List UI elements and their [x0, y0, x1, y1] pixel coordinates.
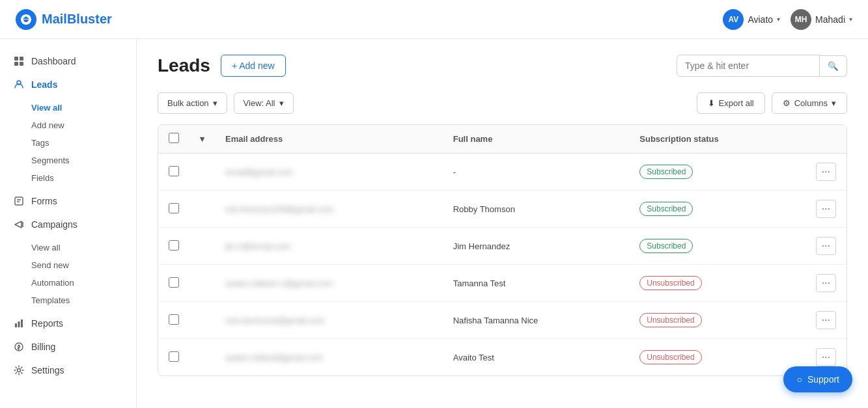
row-email[interactable]: aviato.mbtest@gmail.com [215, 339, 443, 376]
sidebar-sub-add-new[interactable]: Add new [0, 116, 136, 134]
user1-chevron: ▾ [777, 16, 780, 23]
row-status: Subscribed [629, 228, 805, 265]
row-more-button[interactable]: ··· [816, 200, 836, 218]
bulk-action-button[interactable]: Bulk action ▾ [158, 92, 227, 114]
leads-submenu: View all Add new Tags Segments Fields [0, 96, 136, 189]
status-badge: Unsubscribed [639, 276, 701, 290]
sidebar-sub-fields[interactable]: Fields [0, 169, 136, 187]
svg-rect-1 [20, 57, 23, 61]
search-input[interactable] [677, 55, 820, 77]
row-checkbox[interactable] [169, 277, 179, 288]
avatar-aviato: AV [723, 9, 744, 30]
sidebar-item-billing[interactable]: Billing [0, 335, 136, 359]
add-new-button[interactable]: + Add new [221, 55, 286, 77]
sidebar-sub-camp-view-all[interactable]: View all [0, 239, 136, 256]
sidebar-item-forms[interactable]: Forms [0, 189, 136, 213]
row-expand-cell [189, 339, 215, 376]
table-header-row: ▾ Email address Full name Subscription s… [158, 125, 847, 154]
user2-menu[interactable]: MH Mahadi ▾ [791, 9, 852, 30]
sidebar-sub-segments[interactable]: Segments [0, 152, 136, 169]
sidebar-item-settings[interactable]: Settings [0, 359, 136, 382]
row-email[interactable]: nice.techmost@gmail.com [215, 302, 443, 339]
user1-menu[interactable]: AV Aviato ▾ [723, 9, 780, 30]
row-email[interactable]: rob.thomson239@gmail.com [215, 191, 443, 228]
row-fullname: Jim Hernandez [443, 228, 630, 265]
row-more-button[interactable]: ··· [816, 163, 836, 181]
row-more-button[interactable]: ··· [816, 348, 836, 366]
row-fullname: Robby Thomson [443, 191, 630, 228]
sidebar-item-reports[interactable]: Reports [0, 312, 136, 335]
row-more-button[interactable]: ··· [816, 311, 836, 329]
row-checkbox[interactable] [169, 240, 179, 251]
layout: Dashboard Leads View all Add new Tags Se… [0, 39, 868, 408]
row-fullname: - [443, 154, 630, 191]
sidebar-item-leads[interactable]: Leads [0, 73, 136, 96]
export-button[interactable]: ⬇ Export all [697, 92, 765, 114]
sidebar-label-leads: Leads [31, 79, 57, 90]
row-more-button[interactable]: ··· [816, 237, 836, 255]
table-row: aviato.mbtest@gmail.com Avaito Test Unsu… [158, 339, 847, 376]
sidebar-label-settings: Settings [31, 365, 64, 375]
search-button[interactable]: 🔍 [820, 55, 847, 77]
select-all-checkbox[interactable] [169, 133, 179, 143]
search-area: 🔍 [677, 55, 847, 77]
sidebar-sub-tags[interactable]: Tags [0, 134, 136, 152]
row-checkbox[interactable] [169, 203, 179, 213]
row-email[interactable]: aviato.mbtest+1@gmail.com [215, 265, 443, 302]
leads-icon [13, 79, 25, 90]
row-checkbox-cell [158, 339, 189, 376]
forms-icon [13, 195, 25, 207]
row-status: Unsubscribed [629, 265, 805, 302]
header-right: AV Aviato ▾ MH Mahadi ▾ [723, 9, 852, 30]
header-email: Email address [215, 125, 443, 154]
export-label: Export all [719, 98, 754, 108]
toolbar-right: ⬇ Export all ⚙ Columns ▾ [697, 92, 848, 114]
svg-rect-9 [18, 321, 20, 327]
row-expand-cell [189, 154, 215, 191]
row-checkbox[interactable] [169, 314, 179, 325]
user1-name: Aviato [748, 14, 773, 25]
row-fullname: Nafisha Tamanna Nice [443, 302, 630, 339]
row-checkbox[interactable] [169, 166, 179, 176]
table-body: email@gmail.com - Subscribed ··· rob.tho… [158, 154, 847, 376]
sidebar-item-dashboard[interactable]: Dashboard [0, 49, 136, 73]
table-row: nice.techmost@gmail.com Nafisha Tamanna … [158, 302, 847, 339]
support-icon: ○ [796, 374, 802, 385]
row-checkbox-cell [158, 191, 189, 228]
leads-table: ▾ Email address Full name Subscription s… [158, 125, 847, 375]
export-icon: ⬇ [708, 98, 715, 108]
view-filter-button[interactable]: View: All ▾ [234, 92, 294, 114]
avatar-mahadi: MH [791, 9, 811, 30]
main-content: Leads + Add new 🔍 Bulk action ▾ [137, 39, 868, 408]
expand-chevron-icon: ▾ [200, 134, 204, 144]
sidebar-sub-view-all[interactable]: View all [0, 99, 136, 116]
header-actions [805, 125, 847, 154]
row-actions-cell: ··· [805, 191, 847, 228]
dashboard-icon [13, 55, 25, 67]
row-more-button[interactable]: ··· [816, 274, 836, 292]
support-button[interactable]: ○ Support [783, 366, 852, 392]
sidebar-label-dashboard: Dashboard [31, 56, 76, 66]
sidebar-item-campaigns[interactable]: Campaigns [0, 213, 136, 236]
row-actions-cell: ··· [805, 228, 847, 265]
row-status: Subscribed [629, 154, 805, 191]
row-email[interactable]: jim.h@email.com [215, 228, 443, 265]
svg-rect-3 [20, 62, 23, 66]
logo-icon [16, 9, 36, 30]
columns-button[interactable]: ⚙ Columns ▾ [772, 92, 847, 114]
campaigns-icon [13, 219, 25, 230]
sidebar-sub-send-new[interactable]: Send new [0, 256, 136, 274]
row-checkbox[interactable] [169, 351, 179, 362]
reports-icon [13, 318, 25, 329]
svg-rect-2 [14, 62, 18, 66]
sidebar-sub-templates[interactable]: Templates [0, 292, 136, 309]
row-email[interactable]: email@gmail.com [215, 154, 443, 191]
row-actions-cell: ··· [805, 265, 847, 302]
row-expand-cell [189, 265, 215, 302]
logo[interactable]: MailBluster [16, 9, 112, 30]
columns-icon: ⚙ [783, 98, 791, 108]
header-checkbox-col [158, 125, 189, 154]
row-status: Unsubscribed [629, 302, 805, 339]
sidebar-sub-automation[interactable]: Automation [0, 274, 136, 292]
header-expand-col: ▾ [189, 125, 215, 154]
